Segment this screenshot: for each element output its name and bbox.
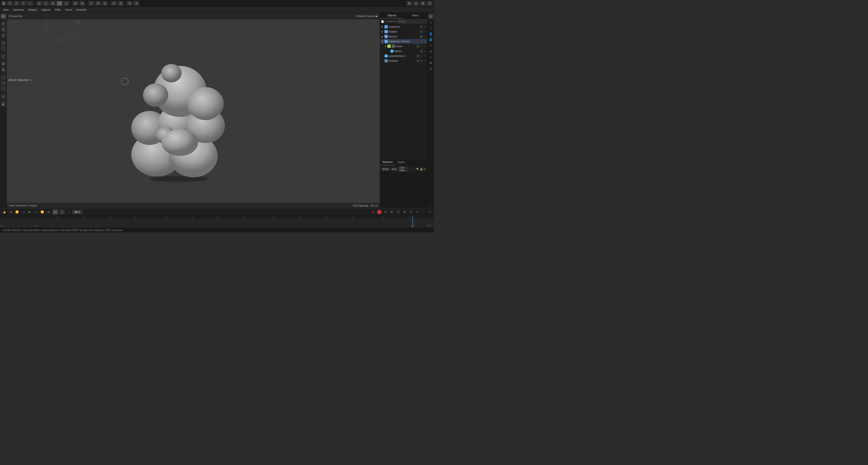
rsi-mat-btn[interactable]: ⬡ <box>428 25 434 31</box>
layout-btn3[interactable]: ⊠ <box>420 1 426 6</box>
coord-x[interactable]: X <box>7 1 13 6</box>
attr-settings-icon[interactable]: ⚙ <box>423 167 426 171</box>
coord-z[interactable]: Z <box>21 1 26 6</box>
tl-end-btn[interactable]: ⏭ <box>46 210 51 215</box>
attr-edit-btn[interactable]: Edit <box>391 167 398 171</box>
snap-btn1[interactable]: ⊞ <box>72 1 78 6</box>
paint-tool[interactable]: ⌐ <box>1 75 6 80</box>
pen-tool[interactable]: ✎ <box>1 94 6 99</box>
panel-icon-obj[interactable]: ⊞ <box>390 19 392 24</box>
mode-btn3[interactable]: ⊕ <box>50 1 56 6</box>
layout-btn4[interactable]: ⊡ <box>427 1 433 6</box>
layout-btn1[interactable]: ⊞ <box>406 1 412 6</box>
attr-back-icon[interactable]: ← <box>409 167 412 171</box>
mode-btn4[interactable]: ⬡ <box>57 1 62 6</box>
menu-cameras[interactable]: Cameras <box>11 8 26 12</box>
attr-lock-icon[interactable]: 🔒 <box>420 167 423 171</box>
motion-btn1[interactable]: ⊛ <box>111 1 117 6</box>
tl-expand-btn[interactable]: ⤢ <box>427 210 432 215</box>
tl-extra1-btn[interactable]: ⊕ <box>383 210 388 215</box>
attr-search-icon[interactable]: 🔍 <box>416 167 419 171</box>
layout-btn2[interactable]: ⊟ <box>413 1 419 6</box>
mode-btn5[interactable]: ☖ <box>63 1 69 6</box>
tree-item-cloner[interactable]: ▼ ⊕ ⊡ Cloner □ ✓ ↗ <box>380 44 427 49</box>
tl-step-fwd-btn[interactable]: ▷ <box>34 210 38 215</box>
tl-extra6-btn[interactable]: ✦ <box>414 210 420 215</box>
rsi-data-btn[interactable]: ⊟ <box>428 66 434 71</box>
menu-objects[interactable]: Objects <box>39 8 52 12</box>
tree-item-turbulence[interactable]: ▶ ≈ Turbulence □ ✓ <box>380 24 427 29</box>
snap-btn2[interactable]: ⊕ <box>79 1 85 6</box>
menu-display[interactable]: Display <box>26 8 39 12</box>
panel-icon-file[interactable]: 📄 <box>381 19 384 24</box>
rsi-char-btn[interactable]: 👤 <box>428 31 434 36</box>
tree-item-sphere[interactable]: ● Sphere □ ✓ <box>380 49 427 54</box>
tl-keyframe-btn[interactable]: ◆ <box>2 210 7 215</box>
tl-auto-key-btn[interactable]: A <box>377 210 381 214</box>
tl-sound-btn[interactable]: ♪ <box>66 210 71 215</box>
tl-extra5-btn[interactable]: ⊡ <box>408 210 413 215</box>
mode-btn2[interactable]: ▷ <box>43 1 49 6</box>
magnet-tool[interactable]: ✜ <box>1 61 6 67</box>
rotate-tool[interactable]: ↻ <box>1 33 6 38</box>
panel-icon-view[interactable]: 👁 <box>387 19 389 24</box>
search-input[interactable] <box>397 20 431 23</box>
tab-attributes[interactable]: Attributes <box>380 160 395 165</box>
text-tool[interactable]: T <box>1 54 6 59</box>
scale-tool[interactable]: ⊡ <box>1 27 6 32</box>
tab-takes[interactable]: Takes <box>404 13 427 19</box>
tl-next-btn[interactable]: ⏩ <box>40 210 45 215</box>
coord-extra[interactable]: ⌂ <box>27 1 33 6</box>
tl-rec-btn[interactable]: ● <box>371 210 376 215</box>
playhead[interactable] <box>412 216 413 228</box>
menu-panel[interactable]: Panel <box>63 8 74 12</box>
rsi-script-btn[interactable]: ⌘ <box>428 60 434 66</box>
panel-icon-bookmark[interactable]: ★ <box>395 19 397 24</box>
tree-item-subdivision[interactable]: ▼ ⊡ Subdivision Surface □ ✓ ↗ <box>380 39 427 44</box>
color-tool[interactable]: ◐ <box>1 101 6 107</box>
attr-mode-btn[interactable]: Mode <box>381 167 390 171</box>
rsi-render-btn[interactable]: ⊕ <box>428 49 434 54</box>
render-active[interactable]: ⊞ <box>95 1 101 6</box>
tl-mode1-btn[interactable]: ⊞ <box>53 210 58 215</box>
select-tool[interactable]: ✛ <box>1 13 6 19</box>
panel-icon-tag[interactable]: ⊕ <box>392 19 394 24</box>
brush-tool[interactable]: ⌑ <box>1 81 6 86</box>
rsi-fx-btn[interactable]: ✦ <box>428 43 434 48</box>
rsi-objects-btn[interactable]: ⊞ <box>428 13 434 19</box>
tl-start-btn[interactable]: ⏮ <box>8 210 13 215</box>
render-btn1[interactable]: ⊗ <box>127 1 132 6</box>
render-region[interactable]: ✛ <box>88 1 94 6</box>
rsi-paint-btn[interactable]: ⌐ <box>428 203 434 208</box>
tree-item-random[interactable]: ▶ ⚡ Random □ ✓ <box>380 34 427 39</box>
rsi-anim-btn[interactable]: ▷ <box>428 55 434 60</box>
rsi-view-btn[interactable]: ◻ <box>428 20 434 25</box>
rsi-scene-btn[interactable]: 🌐 <box>428 37 434 42</box>
menu-redshift[interactable]: Redshift <box>74 8 88 12</box>
frame-display[interactable]: 86 F <box>72 210 82 214</box>
tl-extra3-btn[interactable]: ⊟ <box>396 210 400 215</box>
menu-view[interactable]: View <box>1 8 11 12</box>
tl-play-btn[interactable]: ▶ <box>27 210 32 215</box>
tab-objects[interactable]: Objects <box>380 13 404 19</box>
mode-btn1[interactable]: ◎ <box>36 1 42 6</box>
attr-up-icon[interactable]: ↑ <box>413 167 416 171</box>
tree-item-rotation[interactable]: ▶ ↻ Rotation □ ✓ <box>380 29 427 34</box>
move-tool[interactable]: ✦ <box>1 21 6 27</box>
fill-tool[interactable]: ⌒ <box>1 86 6 92</box>
tl-prev-btn[interactable]: ⏪ <box>14 210 20 215</box>
tree-item-container[interactable]: □ container □ ⊞ ↗ <box>380 58 427 63</box>
tl-mode2-btn[interactable]: ▲ <box>59 210 65 215</box>
render-all[interactable]: ◎ <box>102 1 108 6</box>
motion-btn2[interactable]: ⚙ <box>118 1 124 6</box>
tl-extra4-btn[interactable]: ⊠ <box>402 210 407 215</box>
panel-icon-edit[interactable]: ✎ <box>384 19 386 24</box>
tree-item-outsidesphere[interactable]: ● outsideSphere.1 □ ✓ ↗ <box>380 54 427 58</box>
menu-filter[interactable]: Filter <box>53 8 63 12</box>
tl-extra7-btn[interactable]: ⋯ <box>421 210 426 215</box>
coord-y[interactable]: Y <box>13 1 20 6</box>
spline-tool[interactable]: ⌒ <box>1 46 6 52</box>
tl-step-back-btn[interactable]: ◁ <box>21 210 26 215</box>
joint-tool[interactable]: ⊕ <box>1 67 6 72</box>
tl-extra2-btn[interactable]: ⊞ <box>389 210 394 215</box>
